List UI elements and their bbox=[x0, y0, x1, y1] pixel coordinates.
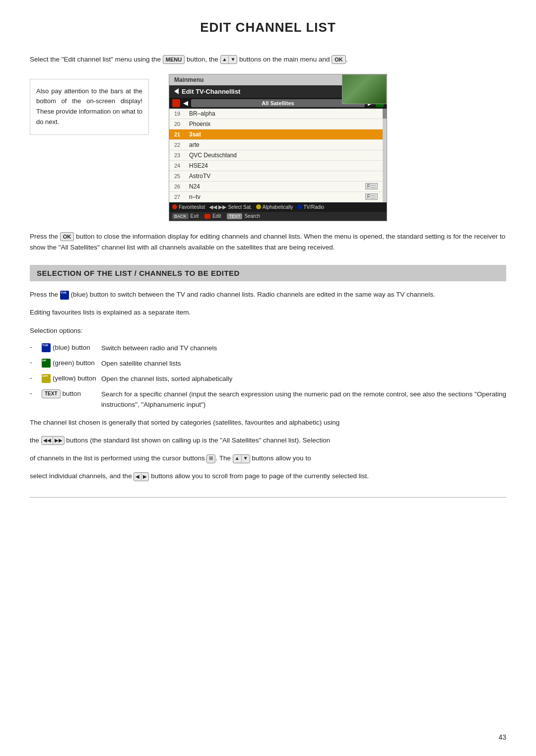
channel-list: 19 BR–alpha 20 Phoenix 21 3sat 22 arte 2… bbox=[169, 109, 383, 202]
channel-name: HSE24 bbox=[189, 162, 378, 169]
content-row: Also pay attention to the bars at the bo… bbox=[30, 74, 506, 221]
channel-number: 24 bbox=[174, 163, 189, 169]
nav-red-dot bbox=[172, 99, 180, 107]
channel-name: QVC Deutschland bbox=[189, 152, 378, 159]
option-text-btn: TEXT bbox=[42, 389, 61, 398]
channel-number: 27 bbox=[174, 194, 189, 200]
final-para-1: The channel list chosen is generally tha… bbox=[30, 417, 506, 428]
dot-yellow bbox=[256, 204, 261, 209]
bottom-red-item: Favoriteslist bbox=[172, 204, 205, 210]
channel-name: N24 bbox=[189, 183, 365, 190]
action-exit: BACK Exit bbox=[172, 213, 199, 219]
option-yellow-icon bbox=[42, 374, 51, 383]
option-blue: - (blue) button Switch between radio and… bbox=[30, 343, 506, 354]
press-ok-paragraph: Press the OK button to close the informa… bbox=[30, 231, 506, 253]
bottom-yellow-item: Alphabetically bbox=[256, 204, 293, 210]
page-number: 43 bbox=[498, 733, 506, 741]
option-green-icon bbox=[42, 359, 51, 368]
back-button: BACK bbox=[172, 213, 189, 219]
channel-name: BR–alpha bbox=[189, 110, 378, 117]
channel-number: 22 bbox=[174, 142, 189, 148]
option-blue-icon bbox=[42, 343, 51, 352]
left-right-buttons: ◀ ▶ bbox=[134, 472, 149, 481]
bottom-nav-item: ◀◀ ▶▶ Select Sat. bbox=[209, 204, 252, 210]
final-para-2: the ◀◀ ▶▶ buttons (the standard list sho… bbox=[30, 435, 506, 446]
channel-name: AstroTV bbox=[189, 173, 378, 180]
dot-blue bbox=[297, 204, 302, 209]
action-search: TEXT Search bbox=[227, 213, 260, 219]
section-heading: SELECTION OF THE LIST / CHANNELS TO BE E… bbox=[30, 265, 506, 281]
blue-button-icon bbox=[60, 291, 69, 300]
channel-number: 23 bbox=[174, 152, 189, 158]
scroll-thumb bbox=[383, 109, 387, 119]
tv-corner-thumbnail bbox=[342, 74, 387, 104]
channel-badge: F:::: bbox=[365, 183, 378, 189]
text-button: TEXT bbox=[227, 213, 242, 219]
bottom-divider bbox=[30, 497, 506, 501]
prev-next-buttons: ◀◀ ▶▶ bbox=[41, 436, 65, 445]
option-yellow: - (yellow) button Open the channel lists… bbox=[30, 374, 506, 384]
nav-left-arrow: ◀ bbox=[183, 99, 188, 107]
channel-list-container: 19 BR–alpha 20 Phoenix 21 3sat 22 arte 2… bbox=[169, 109, 387, 202]
up-down-arrows: ▲ ▼ bbox=[220, 55, 238, 64]
sidebar-note-text: Also pay attention to the bars at the bo… bbox=[36, 87, 142, 126]
tv-action-bar: BACK Exit Edit TEXT Search bbox=[169, 212, 387, 221]
tv-channel-row: 22 arte bbox=[169, 140, 383, 150]
nav-label: All Satellites bbox=[191, 99, 365, 107]
edit-button bbox=[204, 214, 210, 219]
sidebar-note: Also pay attention to the bars at the bo… bbox=[30, 79, 149, 135]
dot-red bbox=[172, 204, 177, 209]
tv-bottom-bar: Favoriteslist ◀◀ ▶▶ Select Sat. Alphabet… bbox=[169, 202, 387, 212]
channel-number: 26 bbox=[174, 184, 189, 189]
tv-channel-row: 25 AstroTV bbox=[169, 171, 383, 182]
channel-badge: F:::: bbox=[365, 193, 378, 200]
body-para-3: Selection options: bbox=[30, 325, 506, 336]
option-green: - (green) button Open satellite channel … bbox=[30, 359, 506, 369]
final-para-3: of channels in the list is performed usi… bbox=[30, 453, 506, 464]
action-edit: Edit bbox=[204, 213, 221, 219]
the-text: The bbox=[219, 454, 231, 462]
channel-number: 20 bbox=[174, 121, 189, 127]
channel-name: n–tv bbox=[189, 193, 365, 200]
menu-arrow-icon bbox=[174, 88, 179, 94]
ok-button-inline: OK bbox=[332, 55, 346, 64]
tv-channel-row: 20 Phoenix bbox=[169, 119, 383, 129]
tv-channel-row: 27 n–tv F:::: bbox=[169, 192, 383, 202]
ok-button-2: OK bbox=[60, 232, 74, 241]
bottom-blue-item: TV/Radio bbox=[297, 204, 325, 210]
option-text: - TEXT button Search for a specific chan… bbox=[30, 389, 506, 410]
tv-channel-row: 19 BR–alpha bbox=[169, 109, 383, 119]
cursor-buttons: ⊞ bbox=[206, 454, 215, 463]
intro-text: Select the "Edit channel list" menu usin… bbox=[30, 56, 161, 63]
page-title: EDIT CHANNEL LIST bbox=[30, 20, 506, 39]
tv-channel-row: 21 3sat bbox=[169, 129, 383, 140]
channel-name: Phoenix bbox=[189, 121, 378, 127]
tv-channel-row: 24 HSE24 bbox=[169, 161, 383, 171]
body-para-2: Editing favourites lists is explained as… bbox=[30, 307, 506, 318]
channel-name: 3sat bbox=[189, 131, 378, 138]
channel-number: 19 bbox=[174, 111, 189, 117]
body-para-1: Press the (blue) button to switch betwee… bbox=[30, 289, 506, 300]
tv-channel-row: 26 N24 F:::: bbox=[169, 182, 383, 192]
tv-channel-row: 23 QVC Deutschland bbox=[169, 150, 383, 161]
scroll-indicator bbox=[383, 109, 387, 202]
tv-screen-mockup: Mainmenu Edit TV-Channellist ◀ All Satel… bbox=[169, 74, 387, 221]
selection-options: - (blue) button Switch between radio and… bbox=[30, 343, 506, 410]
channel-number: 21 bbox=[174, 131, 189, 137]
menu-button: MENU bbox=[163, 55, 185, 64]
channel-name: arte bbox=[189, 141, 378, 148]
channel-number: 25 bbox=[174, 173, 189, 179]
final-para-4: select individual channels, and the ◀ ▶ … bbox=[30, 471, 506, 482]
up-down-buttons: ▲ ▼ bbox=[233, 454, 250, 463]
intro-paragraph: Select the "Edit channel list" menu usin… bbox=[30, 54, 506, 65]
